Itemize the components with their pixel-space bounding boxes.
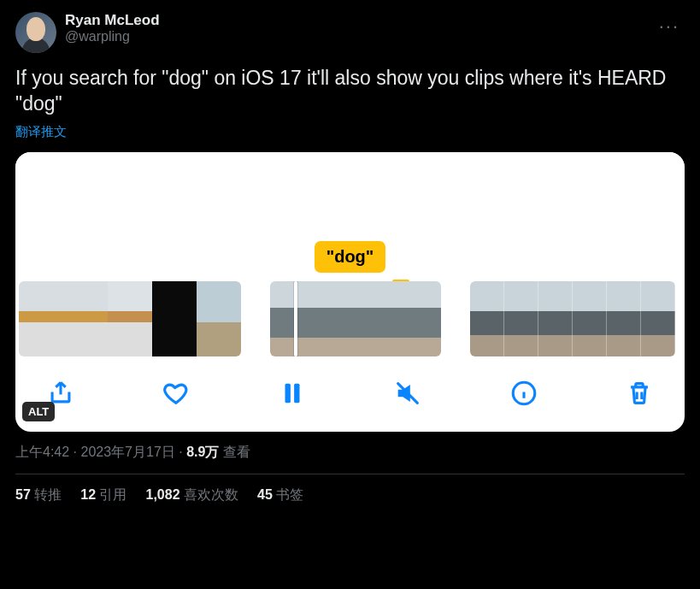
clip-frame — [108, 281, 152, 356]
clip-thumb-group — [270, 281, 441, 356]
clip-frame — [470, 281, 504, 356]
caption-tag-row: "dog" — [15, 241, 685, 281]
tweet-text: If you search for "dog" on iOS 17 it'll … — [15, 65, 685, 117]
likes-stat[interactable]: 1,082 喜欢次数 — [146, 486, 239, 504]
playhead-handle[interactable] — [294, 281, 297, 356]
heart-icon[interactable] — [162, 379, 191, 408]
clip-frame — [327, 281, 385, 356]
more-options-icon[interactable]: ··· — [654, 12, 685, 41]
clip-frame — [607, 281, 641, 356]
handle: @warpling — [65, 29, 645, 44]
clip-frame — [573, 281, 607, 356]
svg-rect-1 — [294, 383, 299, 403]
media-whitespace — [15, 152, 685, 241]
clip-thumb-group — [470, 281, 675, 356]
views-count: 8.9万 — [186, 445, 219, 459]
quotes-stat[interactable]: 12 引用 — [80, 486, 126, 504]
svg-rect-0 — [285, 383, 290, 403]
alt-badge[interactable]: ALT — [22, 402, 55, 421]
clip-frame — [197, 281, 241, 356]
mute-icon[interactable] — [393, 379, 422, 408]
author-names[interactable]: Ryan McLeod @warpling — [65, 12, 645, 44]
translate-link[interactable]: 翻译推文 — [15, 124, 685, 140]
media-controls — [15, 356, 685, 432]
tweet-header: Ryan McLeod @warpling ··· — [15, 12, 685, 53]
tweet-container: Ryan McLeod @warpling ··· If you search … — [0, 0, 700, 516]
timestamp[interactable]: 上午4:42 — [15, 445, 69, 459]
clip-thumb-group — [19, 281, 241, 356]
engagement-stats: 57 转推 12 引用 1,082 喜欢次数 45 书签 — [15, 474, 685, 516]
pause-icon[interactable] — [278, 379, 307, 408]
video-scrubber[interactable] — [15, 281, 685, 356]
retweets-stat[interactable]: 57 转推 — [15, 486, 62, 504]
views-label: 查看 — [219, 445, 250, 459]
trash-icon[interactable] — [625, 379, 654, 408]
clip-frame — [19, 281, 63, 356]
info-icon[interactable] — [509, 379, 538, 408]
clip-frame — [504, 281, 538, 356]
clip-frame — [538, 281, 573, 356]
clip-frame — [641, 281, 675, 356]
media-attachment[interactable]: "dog" — [15, 152, 685, 432]
date[interactable]: 2023年7月17日 — [80, 445, 174, 459]
clip-frame — [270, 281, 327, 356]
clip-frame — [63, 281, 108, 356]
caption-tag: "dog" — [315, 241, 386, 273]
display-name: Ryan McLeod — [65, 12, 645, 29]
tweet-meta: 上午4:42 · 2023年7月17日 · 8.9万 查看 — [15, 444, 685, 474]
clip-frame — [384, 281, 441, 356]
bookmarks-stat[interactable]: 45 书签 — [257, 486, 303, 504]
avatar[interactable] — [15, 12, 56, 53]
clip-frame — [152, 281, 197, 356]
